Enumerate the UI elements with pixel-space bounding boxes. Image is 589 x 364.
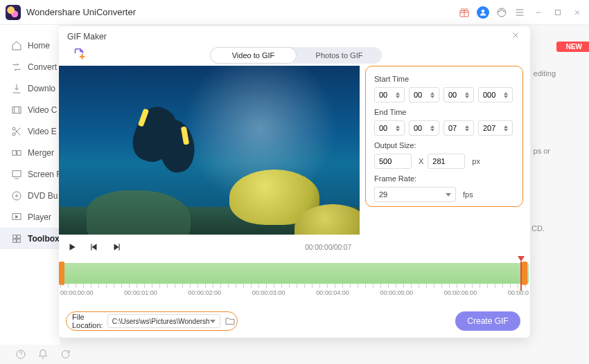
titlebar-actions <box>459 6 583 19</box>
chevron-down-icon <box>446 193 451 197</box>
timeline-track[interactable] <box>60 263 529 284</box>
tick-label: 00:00:0 <box>508 289 529 296</box>
disc-icon <box>11 190 22 201</box>
background-text: editing <box>534 69 556 78</box>
scissors-icon <box>11 126 22 137</box>
window-minimize[interactable] <box>532 6 545 19</box>
gift-icon[interactable] <box>459 7 470 18</box>
fps-unit: fps <box>463 190 473 199</box>
open-folder-button[interactable] <box>225 316 236 327</box>
svg-rect-14 <box>17 235 21 238</box>
new-badge: NEW <box>556 42 589 52</box>
sidebar-item-home[interactable]: Home <box>0 35 60 56</box>
statusbar <box>0 345 71 364</box>
size-separator: X <box>419 157 423 165</box>
start-minutes-input[interactable] <box>410 88 429 102</box>
file-location-dropdown[interactable]: C:\Users\ws\Pictures\Wondersh <box>107 314 220 328</box>
sidebar-item-video-compressor[interactable]: Video C <box>0 99 60 120</box>
sidebar-item-merger[interactable]: Merger <box>0 142 60 163</box>
next-frame-button[interactable] <box>112 242 121 252</box>
svg-point-5 <box>12 127 15 130</box>
file-location-path: C:\Users\ws\Pictures\Wondersh <box>112 318 210 325</box>
sidebar-item-convert[interactable]: Convert <box>0 56 60 78</box>
sidebar-item-dvd-burner[interactable]: DVD Bu <box>0 185 60 206</box>
svg-rect-8 <box>17 150 21 155</box>
start-ms-spinner[interactable] <box>478 87 513 102</box>
svg-rect-3 <box>556 10 561 15</box>
svg-point-11 <box>16 194 18 197</box>
video-preview[interactable] <box>59 66 360 235</box>
trim-handle-start[interactable] <box>59 262 64 285</box>
end-ms-spinner[interactable] <box>478 120 513 136</box>
support-icon[interactable] <box>496 7 507 18</box>
window-maximize[interactable] <box>552 6 564 19</box>
download-icon <box>11 83 22 94</box>
sidebar-item-label: Player <box>28 212 51 222</box>
sidebar-item-toolbox[interactable]: Toolbox <box>0 228 60 249</box>
playhead[interactable] <box>518 256 525 262</box>
prev-frame-button[interactable] <box>89 242 99 252</box>
file-location-label: File Location: <box>72 313 103 329</box>
sidebar-item-label: Video C <box>28 105 57 115</box>
start-hours-input[interactable] <box>375 88 394 102</box>
feedback-icon[interactable] <box>60 349 71 360</box>
start-ms-input[interactable] <box>479 88 502 102</box>
convert-icon <box>11 62 22 73</box>
bell-icon[interactable] <box>37 349 49 360</box>
time-readout: 00:00:00/00:07 <box>305 244 351 251</box>
sidebar-item-screen-recorder[interactable]: Screen F <box>0 163 60 185</box>
sidebar-item-download[interactable]: Downlo <box>0 78 60 99</box>
tick-label: 00:00:05:00 <box>380 289 413 296</box>
start-time-row <box>374 87 514 102</box>
hamburger-menu-icon[interactable] <box>514 7 525 18</box>
timeline-ticks <box>60 284 529 288</box>
end-hours-input[interactable] <box>375 121 394 135</box>
timeline: 00:00:00:00 00:00:01:00 00:00:02:00 00:0… <box>59 262 530 298</box>
tick-label: 00:00:01:00 <box>124 289 157 296</box>
tick-label: 00:00:03:00 <box>252 289 285 296</box>
end-minutes-input[interactable] <box>410 121 429 135</box>
output-size-row: X px <box>374 154 514 169</box>
frame-rate-value: 29 <box>379 190 387 199</box>
add-file-button[interactable] <box>71 47 87 62</box>
window-close[interactable] <box>571 6 583 19</box>
svg-point-6 <box>12 133 15 136</box>
sidebar-item-player[interactable]: Player <box>0 206 60 228</box>
tick-label: 00:00:00:00 <box>60 289 94 296</box>
sidebar-item-video-editor[interactable]: Video E <box>0 120 60 142</box>
end-minutes-spinner[interactable] <box>409 120 439 136</box>
merge-icon <box>11 147 22 158</box>
start-hours-spinner[interactable] <box>374 87 405 102</box>
svg-rect-15 <box>13 239 17 242</box>
sidebar-item-label: Screen F <box>28 170 62 179</box>
start-seconds-spinner[interactable] <box>443 87 474 102</box>
modal-title: GIF Maker <box>67 32 107 42</box>
end-seconds-input[interactable] <box>444 121 464 135</box>
start-minutes-spinner[interactable] <box>409 87 439 102</box>
frame-rate-dropdown[interactable]: 29 <box>374 187 456 202</box>
frame-rate-label: Frame Rate: <box>374 174 514 183</box>
tab-label: Photos to GIF <box>316 51 363 60</box>
sidebar-item-label: Home <box>28 41 50 51</box>
output-width-input[interactable] <box>374 154 412 169</box>
help-icon[interactable] <box>15 349 26 360</box>
output-height-input[interactable] <box>428 154 465 169</box>
sidebar-item-label: DVD Bu <box>28 191 58 201</box>
end-time-row <box>374 120 514 136</box>
end-time-label: End Time <box>374 108 514 116</box>
frame-rate-row: 29 fps <box>374 187 514 202</box>
start-seconds-input[interactable] <box>444 88 464 102</box>
end-seconds-spinner[interactable] <box>443 120 474 136</box>
end-hours-spinner[interactable] <box>374 120 405 136</box>
tick-label: 00:00:04:00 <box>316 289 349 296</box>
tab-video-to-gif[interactable]: Video to GIF <box>210 47 297 64</box>
end-ms-input[interactable] <box>479 121 502 135</box>
home-icon <box>11 40 22 51</box>
modal-close-button[interactable] <box>511 30 525 44</box>
tab-photos-to-gif[interactable]: Photos to GIF <box>297 47 382 64</box>
trim-handle-end[interactable] <box>522 262 527 285</box>
account-avatar[interactable] <box>477 6 489 19</box>
create-gif-button[interactable]: Create GIF <box>455 311 520 331</box>
play-button[interactable] <box>67 242 77 252</box>
toolbox-icon <box>11 233 22 244</box>
